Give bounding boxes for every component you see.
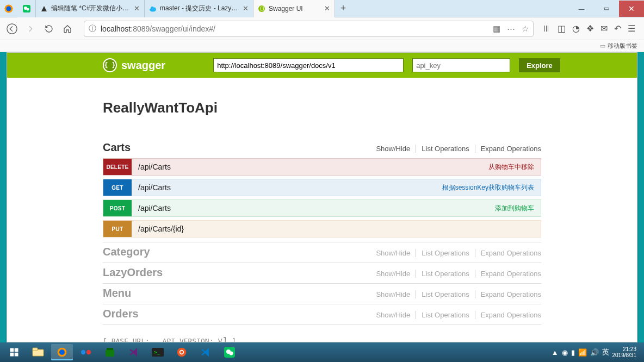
resource-list-button[interactable]: List Operations [416,145,475,153]
svg-rect-12 [15,348,18,352]
operation-desc: 添加到购物车 [495,204,541,213]
url-bar[interactable]: ⓘ localhost:8089/swagger/ui/index#/ ▦ ⋯ … [84,21,534,37]
tab-close-button[interactable]: ✕ [134,4,140,13]
resource-list-button[interactable]: List Operations [416,249,475,257]
tray-clock[interactable]: 21:23 2019/8/31 [612,346,637,358]
tray-wechat-icon[interactable]: ◉ [562,348,568,357]
operation-method-badge: DELETE [103,159,132,175]
svg-point-10 [7,23,17,33]
page-menu-icon[interactable]: ⋯ [507,24,515,34]
browser-tab[interactable] [17,0,36,17]
svg-point-29 [230,352,233,355]
operation-row[interactable]: GET/api/Carts根据sessionKey获取购物车列表 [103,179,541,196]
resource-name[interactable]: Menu [103,287,131,299]
window-titlebar: 编辑随笔 *C#开发微信小程序✕master - 提交历史 - LazyOrde… [0,0,644,17]
tray-up-icon[interactable]: ▲ [552,348,559,357]
library-icon[interactable]: ⫼ [542,23,551,34]
resource-showhide-button[interactable]: Show/Hide [370,145,416,153]
home-button[interactable] [60,21,75,36]
svg-point-1 [7,6,11,11]
resource-showhide-button[interactable]: Show/Hide [370,311,416,319]
svg-point-18 [59,349,65,355]
taskbar-app-firefox[interactable] [51,344,73,360]
svg-point-20 [86,350,91,354]
taskbar-app-store[interactable] [99,344,121,360]
url-text: localhost:8089/swagger/ui/index#/ [101,24,215,33]
taskbar-app-vs[interactable] [123,344,145,360]
taskbar-app-baidu[interactable] [75,344,97,360]
bookmark-icon[interactable]: ☆ [522,24,529,34]
tab-title: Swagger UI [269,5,321,13]
svg-rect-16 [33,348,38,351]
tab-favicon [149,5,157,13]
browser-tab[interactable]: 编辑随笔 *C#开发微信小程序✕ [36,0,145,17]
tray-signal-icon[interactable]: 📶 [578,348,587,357]
resource-list-button[interactable]: List Operations [416,290,475,298]
resource-expand-button[interactable]: Expand Operations [475,270,541,278]
svg-rect-11 [10,348,14,352]
browser-tab[interactable]: master - 提交历史 - LazyOrde✕ [145,0,253,17]
window-close-button[interactable]: ✕ [619,1,644,17]
resource-expand-button[interactable]: Expand Operations [475,311,541,319]
resource-list-button[interactable]: List Operations [416,270,475,278]
resource-showhide-button[interactable]: Show/Hide [370,249,416,257]
api-url-input[interactable] [213,58,404,72]
app-menu-button[interactable]: ☰ [628,23,635,34]
api-key-input[interactable] [412,58,510,72]
swagger-logo[interactable]: { } swagger [103,58,165,72]
resource-section: CartsShow/HideList OperationsExpand Oper… [103,138,541,242]
resource-showhide-button[interactable]: Show/Hide [370,270,416,278]
tray-network-icon[interactable]: ▮ [571,348,575,357]
svg-text:{}: {} [259,7,265,11]
resource-section: LazyOrdersShow/HideList OperationsExpand… [103,263,541,284]
account-icon[interactable]: ◔ [572,23,580,34]
taskbar-app-explorer[interactable] [27,344,49,360]
operation-desc: 从购物车中移除 [488,163,541,172]
taskbar-app-ubuntu[interactable] [171,344,193,360]
bookmark-bar: ▭移动版书签 [0,40,644,52]
window-minimize-button[interactable]: — [569,1,594,17]
resource-name[interactable]: Carts [103,141,131,154]
tab-close-button[interactable]: ✕ [243,4,249,13]
window-maximize-button[interactable]: ▭ [594,1,619,17]
taskbar-app-vscode[interactable] [195,344,216,360]
svg-rect-14 [15,353,18,357]
operation-row[interactable]: PUT/api/Carts/{id} [103,220,541,238]
reload-button[interactable] [41,21,57,36]
site-info-icon[interactable]: ⓘ [89,24,96,34]
swagger-header: { } swagger Explore [7,53,637,78]
resource-list-button[interactable]: List Operations [416,311,475,319]
swagger-brand-text: swagger [121,59,165,72]
start-button[interactable] [3,344,25,360]
resource-expand-button[interactable]: Expand Operations [475,290,541,298]
resource-showhide-button[interactable]: Show/Hide [370,290,416,298]
tray-ime-indicator[interactable]: 英 [602,347,609,357]
app-icon [0,0,17,17]
taskbar-app-terminal[interactable]: >_ [147,344,169,360]
operation-method-badge: POST [103,200,132,216]
svg-rect-13 [10,353,14,357]
tray-volume-icon[interactable]: 🔊 [590,348,599,357]
resource-expand-button[interactable]: Expand Operations [475,145,541,153]
undo-icon[interactable]: ↶ [614,23,621,34]
tab-close-button[interactable]: ✕ [324,4,330,13]
operation-row[interactable]: POST/api/Carts添加到购物车 [103,199,541,217]
operation-row[interactable]: DELETE/api/Carts从购物车中移除 [103,158,541,176]
browser-tab[interactable]: {}Swagger UI✕ [253,0,335,17]
explore-button[interactable]: Explore [519,58,560,72]
messages-icon[interactable]: ✉ [600,23,608,34]
back-button[interactable] [4,21,20,36]
resource-name[interactable]: Orders [103,308,139,320]
sidebar-icon[interactable]: ◫ [558,23,566,34]
taskbar-app-wechat[interactable] [219,344,240,360]
mobile-bookmarks-button[interactable]: ▭移动版书签 [600,42,637,50]
qr-icon[interactable]: ▦ [493,24,500,34]
extensions-icon[interactable]: ❖ [586,23,594,34]
svg-point-7 [153,7,156,10]
resource-name[interactable]: LazyOrders [103,266,163,279]
resource-expand-button[interactable]: Expand Operations [475,249,541,257]
new-tab-button[interactable]: + [335,3,351,14]
resource-name[interactable]: Category [103,246,150,258]
api-title: ReallyWantToApi [103,99,541,116]
svg-rect-22 [107,348,113,350]
